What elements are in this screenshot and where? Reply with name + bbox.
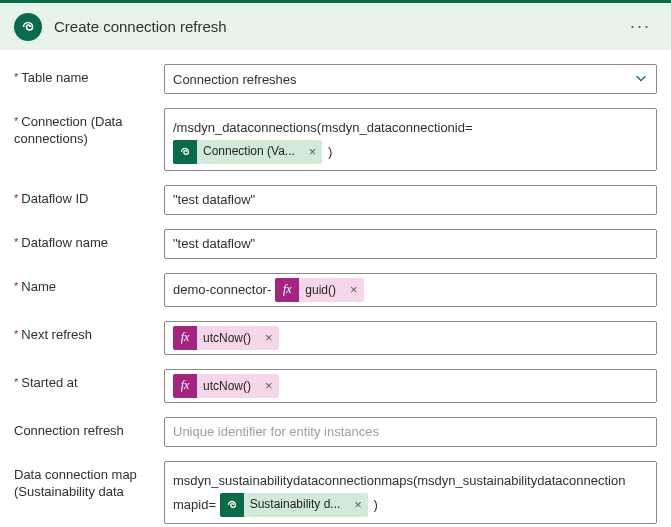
connection-refresh-placeholder: Unique identifier for entity instances [173, 424, 379, 439]
name-prefix: demo-connector- [173, 282, 271, 297]
label-table-name: Table name [14, 64, 164, 87]
panel-header: Create connection refresh ··· [0, 0, 671, 50]
remove-token-button[interactable]: × [259, 330, 279, 345]
utcnow-expression-token[interactable]: fx utcNow() × [173, 326, 279, 350]
utcnow-expression-token[interactable]: fx utcNow() × [173, 374, 279, 398]
started-at-input[interactable]: fx utcNow() × [164, 369, 657, 403]
label-data-connection-map: Data connection map (Sustainability data [14, 461, 164, 501]
more-menu-button[interactable]: ··· [624, 12, 657, 41]
panel-title: Create connection refresh [54, 18, 624, 35]
remove-token-button[interactable]: × [348, 493, 368, 516]
label-dataflow-id: Dataflow ID [14, 185, 164, 208]
label-name: Name [14, 273, 164, 296]
connection-suffix: ) [328, 144, 332, 159]
label-dataflow-name: Dataflow name [14, 229, 164, 252]
connector-logo [14, 13, 42, 41]
utcnow-token-label: utcNow() [197, 331, 259, 345]
table-name-value: Connection refreshes [173, 72, 297, 87]
dcm-suffix: ) [374, 497, 378, 512]
table-name-select[interactable]: Connection refreshes [164, 64, 657, 94]
remove-token-button[interactable]: × [303, 140, 323, 163]
guid-expression-token[interactable]: fx guid() × [275, 278, 363, 302]
spiral-icon [173, 140, 197, 164]
label-connection-refresh: Connection refresh [14, 417, 164, 440]
sustainability-token-label: Sustainability d... [244, 494, 349, 516]
fx-icon: fx [275, 278, 299, 302]
data-connection-map-input[interactable]: msdyn_sustainabilitydataconnectionmaps(m… [164, 461, 657, 524]
remove-token-button[interactable]: × [259, 378, 279, 393]
fx-icon: fx [173, 374, 197, 398]
name-input[interactable]: demo-connector- fx guid() × [164, 273, 657, 307]
dcm-line1: msdyn_sustainabilitydataconnectionmaps(m… [173, 473, 625, 488]
fx-icon: fx [173, 326, 197, 350]
dcm-line2-prefix: mapid= [173, 497, 216, 512]
sustainability-token[interactable]: Sustainability d... × [220, 493, 368, 517]
form-body: Table name Connection refreshes Connecti… [0, 50, 671, 527]
label-connection: Connection (Data connections) [14, 108, 164, 148]
dataflow-name-input[interactable]: "test dataflow" [164, 229, 657, 259]
guid-token-label: guid() [299, 283, 344, 297]
connection-prefix: /msdyn_dataconnections(msdyn_dataconnect… [173, 120, 473, 135]
connection-token[interactable]: Connection (Va... × [173, 140, 322, 164]
spiral-icon [220, 493, 244, 517]
connection-token-label: Connection (Va... [197, 141, 303, 163]
connection-input[interactable]: /msdyn_dataconnections(msdyn_dataconnect… [164, 108, 657, 171]
next-refresh-input[interactable]: fx utcNow() × [164, 321, 657, 355]
label-next-refresh: Next refresh [14, 321, 164, 344]
utcnow-token-label: utcNow() [197, 379, 259, 393]
dataflow-name-value: "test dataflow" [173, 236, 255, 251]
dataflow-id-value: "test dataflow" [173, 192, 255, 207]
dataflow-id-input[interactable]: "test dataflow" [164, 185, 657, 215]
chevron-down-icon [634, 71, 648, 88]
connection-refresh-input[interactable]: Unique identifier for entity instances [164, 417, 657, 447]
label-started-at: Started at [14, 369, 164, 392]
remove-token-button[interactable]: × [344, 282, 364, 297]
